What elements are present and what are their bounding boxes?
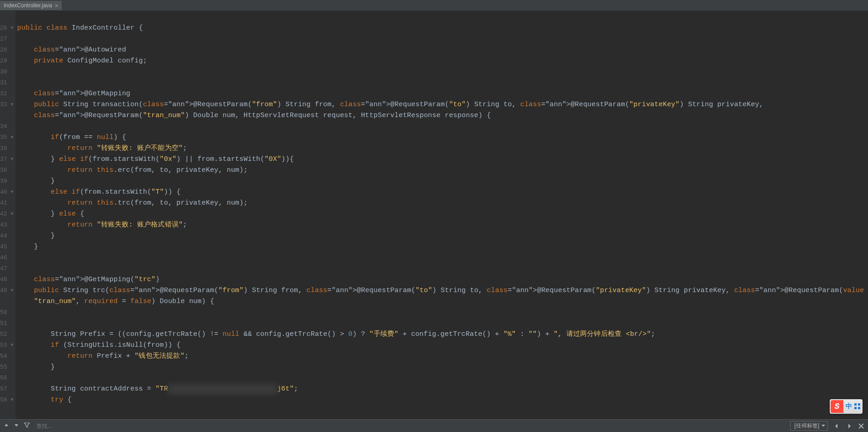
file-tab[interactable]: IndexController.java xyxy=(0,1,62,10)
ime-language: 中 xyxy=(843,402,854,411)
close-icon[interactable] xyxy=(55,4,58,7)
code-editor[interactable]: 26▼27282930313233▼3435▼3637▼383940▼4142▼… xyxy=(0,11,868,419)
tag-dropdown[interactable]: [任何标签] xyxy=(790,421,828,431)
status-right: [任何标签] xyxy=(790,421,864,431)
ime-indicator[interactable]: S 中 xyxy=(830,399,863,414)
grid-icon xyxy=(854,403,861,410)
close-search-icon[interactable] xyxy=(858,423,864,429)
tab-filename: IndexController.java xyxy=(4,2,52,9)
next-icon[interactable] xyxy=(845,422,853,430)
chevron-down-icon[interactable] xyxy=(14,422,19,429)
filter-icon[interactable] xyxy=(24,422,30,430)
search-input[interactable] xyxy=(35,422,786,431)
chevron-up-icon[interactable] xyxy=(4,422,9,429)
tab-bar: IndexController.java xyxy=(0,0,868,11)
ime-brand-icon: S xyxy=(831,400,843,413)
code-area[interactable]: public class IndexController { class="an… xyxy=(15,11,868,419)
prev-icon[interactable] xyxy=(832,422,841,430)
status-bar: [任何标签] xyxy=(0,419,868,432)
line-gutter: 26▼27282930313233▼3435▼3637▼383940▼4142▼… xyxy=(0,11,15,419)
